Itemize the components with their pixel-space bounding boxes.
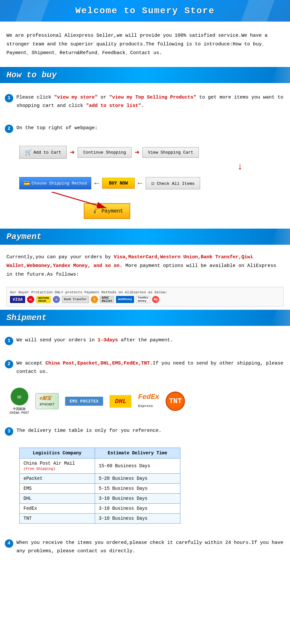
view-cart-label: View Shopping Cart [148, 150, 193, 155]
shipment-step3-circle: 3 [5, 427, 13, 436]
table-cell-time-2: 5-15 Business Days [95, 484, 180, 494]
bank-transfer-logo: Bank Transfer [62, 296, 89, 303]
shipment-step2-item: 2 We accept China Post,Epacket,DHL,EMS,F… [5, 359, 285, 376]
arrow-right-2: ➜ [135, 148, 139, 157]
table-cell-company-4: FedEx [20, 504, 95, 514]
qiwi-wallet-logo: QIWIWallet [100, 296, 114, 303]
maestro-logo: M [53, 296, 60, 303]
flow-row-1: 🛒 Add to Cart ➜ Continue Shopping ➜ View… [19, 146, 284, 159]
step1-container: 1 Please click "view my store" or "view … [0, 86, 290, 117]
table-row: TNT 3-10 Business Days [20, 514, 180, 524]
intro-text: We are professional Aliexpress Seller,we… [6, 33, 267, 56]
shipment-step1-container: 1 We will send your orders in 1-3days af… [0, 329, 290, 352]
mastercard-logo: MC [27, 296, 34, 303]
shipment-step2-container: 2 We accept China Post,Epacket,DHL,EMS,F… [0, 352, 290, 383]
payment-header: Payment [0, 229, 290, 245]
table-row: FedEx 3-10 Business Days [20, 504, 180, 514]
payment-title: Payment [6, 232, 42, 242]
shipment-step4-item: 4 When you receive the items you ordered… [5, 539, 285, 555]
buy-now-btn[interactable]: BUY NOW [102, 178, 135, 189]
view-cart-btn[interactable]: View Shopping Cart [142, 147, 198, 158]
table-header-company: Logisitics Company [20, 448, 95, 459]
table-cell-time-4: 3-10 Business Days [95, 504, 180, 514]
delivery-days: 1-3days [98, 337, 118, 343]
table-cell-time-0: 15-60 Business Days [95, 459, 180, 474]
dhl-text: DHL [115, 398, 126, 405]
credit-card-icon: 💳 [24, 180, 30, 186]
tnt-logo: TNT [166, 392, 185, 411]
add-to-cart-label: Add to Cart [34, 150, 61, 155]
check-items-label: Check All Items [157, 181, 195, 186]
china-post-icon: ✉ [11, 388, 28, 405]
table-cell-company-5: TNT [20, 514, 95, 524]
cart-icon: 🛒 [25, 149, 32, 156]
shipment-step3-item: 3 The delivery time table is only for yo… [5, 427, 285, 436]
how-to-buy-header: How to buy [0, 67, 290, 83]
table-row: EMS 5-15 Business Days [20, 484, 180, 494]
table-cell-company-0: China Post Air Mail(Free Shipping) [20, 459, 95, 474]
how-to-buy-title: How to buy [6, 70, 57, 80]
payment-logos: VISA MC WESTERNUNION M Bank Transfer Q Q… [10, 296, 280, 303]
step1-link3: "add to store list" [86, 103, 141, 109]
delivery-table-container: Logisitics Company Estimate Delivery Tim… [0, 443, 290, 532]
arrow-left-2: ← [138, 179, 142, 188]
shipment-title: Shipment [6, 313, 47, 323]
arrow-left-1: ← [94, 179, 99, 188]
free-shipping-note: (Free Shipping) [24, 467, 55, 471]
western-union-logo: WESTERNUNION [36, 296, 51, 303]
intro-section: We are professional Aliexpress Seller,we… [0, 22, 290, 64]
payment-methods-box: Our Buyer Protection ONLY protects Payme… [6, 287, 284, 307]
shipping-methods: China Post,Epacket,DHL,EMS,FedEx,TNT. [45, 361, 153, 366]
tnt-text: TNT [169, 397, 182, 405]
flow-diagram: 🛒 Add to Cart ➜ Continue Shopping ➜ View… [0, 140, 290, 225]
step1-circle: 1 [5, 94, 13, 102]
fedex-text: FedExExpress [138, 393, 159, 409]
header-banner: Welcome to Sumery Store [0, 0, 290, 22]
table-cell-time-3: 3-10 Business Days [95, 494, 180, 504]
step1-item: 1 Please click "view my store" or "view … [5, 93, 285, 110]
step1-text: Please click "view my store" or "view my… [16, 93, 285, 110]
dhl-logo: DHL [110, 395, 131, 408]
table-header-time: Estimate Delivery Time [95, 448, 180, 459]
webmoney-logo: WebMoney [116, 296, 134, 303]
flow-row-2: 💳 Choose Shipping Method ← BUY NOW ← ☑ C… [19, 177, 284, 189]
visa-logo: VISA [10, 296, 25, 303]
payment-icon: 💰 [91, 207, 99, 215]
step2-circle: 2 [5, 125, 13, 133]
svg-line-0 [52, 192, 106, 208]
shipment-step3-container: 3 The delivery time table is only for yo… [0, 420, 290, 443]
choose-shipping-label: Choose Shipping Method [32, 181, 87, 186]
qiwi-logo: Q [91, 296, 98, 303]
shipment-step2-text: We accept China Post,Epacket,DHL,EMS,Fed… [16, 359, 285, 376]
epacket-text: e邮宝EPACKET [40, 396, 54, 407]
table-cell-company-2: EMS [20, 484, 95, 494]
payment-methods-title: Our Buyer Protection ONLY protects Payme… [10, 290, 280, 294]
step2-container: 2 On the top right of webpage: [0, 117, 290, 140]
epacket-logo: e邮宝EPACKET [35, 393, 59, 409]
check-items-btn[interactable]: ☑ Check All Items [146, 177, 200, 189]
shipment-step4-container: 4 When you receive the items you ordered… [0, 532, 290, 565]
add-to-cart-btn[interactable]: 🛒 Add to Cart [19, 146, 67, 159]
table-row: China Post Air Mail(Free Shipping) 15-60… [20, 459, 180, 474]
continue-shopping-label: Continue Shopping [83, 150, 126, 155]
continue-shopping-btn[interactable]: Continue Shopping [78, 147, 131, 158]
arrow-right-1: ➜ [70, 148, 74, 157]
checklist-icon: ☑ [151, 181, 154, 186]
payment-text-container: Currently,you can pay your orders by Vis… [0, 248, 290, 284]
step2-item: 2 On the top right of webpage: [5, 124, 285, 133]
shipment-step4-circle: 4 [5, 539, 13, 548]
table-cell-company-1: ePacket [20, 474, 95, 484]
table-row: DHL 3-10 Business Days [20, 494, 180, 504]
shipment-header: Shipment [0, 310, 290, 326]
step1-link2: "view my Top Selling Products" [109, 95, 196, 100]
payment-label: Payment [102, 208, 123, 214]
table-cell-company-3: DHL [20, 494, 95, 504]
ems-logo: EMS POCZTEX [65, 397, 103, 406]
shipment-step2-circle: 2 [5, 360, 13, 368]
delivery-table: Logisitics Company Estimate Delivery Tim… [19, 448, 180, 524]
choose-shipping-btn[interactable]: 💳 Choose Shipping Method [19, 177, 91, 189]
shipment-step3-text: The delivery time table is only for you … [16, 427, 285, 435]
shipment-step4-text: When you receive the items you ordered,p… [16, 539, 285, 555]
shipment-step1-text: We will send your orders in 1-3days afte… [16, 336, 285, 345]
buy-now-label: BUY NOW [109, 181, 128, 186]
